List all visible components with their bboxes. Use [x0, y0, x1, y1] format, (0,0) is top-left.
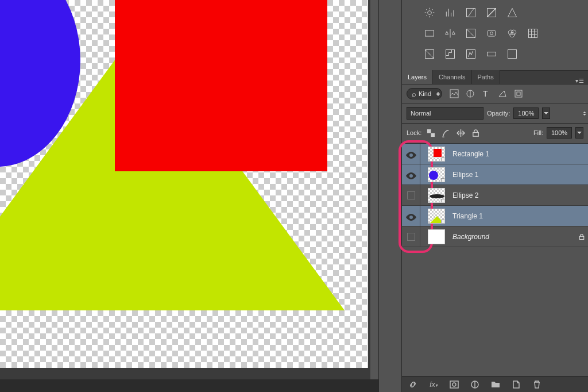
lock-position-icon[interactable]	[456, 128, 465, 137]
blend-mode-row: Normal Opacity: 100%	[402, 103, 588, 124]
canvas-scrollbar-horizontal[interactable]	[0, 379, 378, 392]
invert-icon[interactable]	[423, 47, 436, 61]
filter-smart-icon[interactable]	[513, 89, 524, 99]
fill-label: Fill:	[533, 129, 543, 136]
hue-icon[interactable]	[423, 26, 436, 40]
eye-icon	[406, 213, 416, 220]
document-canvas[interactable]	[0, 0, 368, 368]
new-layer-button[interactable]	[511, 379, 521, 390]
filter-type-icon[interactable]: T	[481, 89, 492, 99]
tab-layers[interactable]: Layers	[402, 70, 433, 84]
opacity-label: Opacity:	[487, 110, 510, 117]
canvas-scrollbar-vertical[interactable]	[370, 0, 378, 379]
visibility-toggle[interactable]	[402, 144, 420, 164]
svg-rect-14	[488, 52, 496, 56]
vibrance-icon[interactable]	[505, 6, 519, 20]
filter-pixel-icon[interactable]	[449, 89, 459, 99]
svg-rect-23	[473, 132, 478, 136]
layer-row[interactable]: Ellipse 2	[402, 185, 588, 206]
channel-mixer-icon[interactable]	[505, 26, 519, 40]
layer-thumbnail[interactable]	[428, 147, 445, 162]
tab-channels[interactable]: Channels	[433, 70, 471, 84]
svg-rect-12	[446, 50, 455, 59]
layer-name[interactable]: Background	[449, 233, 575, 241]
selective-color-icon[interactable]	[505, 47, 519, 61]
bw-icon[interactable]	[464, 26, 478, 40]
fill-dropdown[interactable]	[575, 127, 583, 139]
levels-icon[interactable]	[443, 6, 457, 20]
add-mask-button[interactable]	[449, 379, 459, 390]
layer-thumbnail[interactable]	[428, 188, 445, 203]
svg-rect-19	[515, 90, 522, 97]
svg-rect-5	[488, 30, 495, 36]
lock-all-icon[interactable]	[471, 128, 480, 137]
layer-thumbnail[interactable]	[428, 229, 445, 244]
lock-paint-icon[interactable]	[441, 128, 450, 137]
layer-thumbnail[interactable]	[428, 167, 445, 182]
visibility-off-icon	[407, 233, 415, 241]
curves-icon[interactable]	[464, 6, 478, 20]
filter-kind-select[interactable]: ⌕ Kind	[407, 88, 442, 99]
layer-name[interactable]: Rectangle 1	[449, 150, 588, 158]
layer-row[interactable]: Background	[402, 226, 588, 247]
adjustment-layer-button[interactable]	[470, 379, 480, 390]
lock-indicator-icon	[575, 233, 588, 240]
svg-point-26	[452, 383, 456, 386]
top-panel-icons	[402, 0, 588, 71]
svg-rect-24	[579, 236, 584, 239]
balance-icon[interactable]	[443, 26, 457, 40]
lookup-icon[interactable]	[526, 26, 540, 40]
brightness-icon[interactable]	[423, 6, 436, 20]
visibility-toggle[interactable]	[402, 226, 420, 247]
visibility-off-icon	[407, 191, 415, 199]
panel-tabs: Layers Channels Paths ▾☰	[402, 71, 588, 84]
visibility-toggle[interactable]	[402, 206, 420, 226]
svg-rect-3	[425, 30, 434, 36]
eye-icon	[406, 151, 416, 157]
lock-transparency-icon[interactable]	[426, 128, 435, 137]
posterize-icon[interactable]	[443, 47, 457, 61]
canvas-rectangle-shape[interactable]	[115, 0, 327, 171]
tab-paths[interactable]: Paths	[472, 70, 500, 84]
svg-text:T: T	[483, 89, 488, 98]
svg-point-6	[490, 32, 493, 35]
svg-rect-15	[508, 50, 517, 59]
photo-filter-icon[interactable]	[485, 26, 498, 40]
lock-row: Lock: Fill: 100%	[402, 124, 588, 144]
layer-filter-row: ⌕ Kind T	[402, 84, 588, 103]
canvas-area	[0, 0, 378, 392]
visibility-toggle[interactable]	[402, 185, 420, 205]
svg-rect-20	[517, 92, 520, 95]
visibility-toggle[interactable]	[402, 164, 420, 185]
dock-strip[interactable]	[378, 0, 401, 392]
filter-adjustment-icon[interactable]	[465, 89, 475, 99]
filter-shape-icon[interactable]	[497, 89, 508, 99]
layer-row[interactable]: Rectangle 1	[402, 144, 588, 164]
blend-mode-select[interactable]: Normal	[407, 107, 483, 120]
fill-value[interactable]: 100%	[547, 127, 572, 139]
svg-rect-25	[450, 381, 458, 388]
lock-label: Lock:	[407, 129, 421, 136]
svg-rect-22	[431, 133, 435, 137]
threshold-icon[interactable]	[464, 47, 478, 61]
gradient-map-icon[interactable]	[485, 47, 498, 61]
opacity-value[interactable]: 100%	[513, 107, 539, 119]
panel-menu-icon[interactable]: ▾☰	[572, 78, 588, 84]
layer-name[interactable]: Triangle 1	[449, 212, 588, 220]
layer-name[interactable]: Ellipse 1	[449, 171, 588, 179]
layer-row[interactable]: Triangle 1	[402, 206, 588, 226]
exposure-icon[interactable]	[485, 6, 498, 20]
opacity-dropdown[interactable]	[542, 107, 550, 119]
layer-row[interactable]: Ellipse 1	[402, 164, 588, 185]
layer-style-button[interactable]: fx▾	[428, 379, 439, 390]
delete-layer-button[interactable]	[532, 379, 542, 390]
blend-mode-value: Normal	[411, 110, 431, 117]
layer-name[interactable]: Ellipse 2	[449, 191, 588, 199]
filter-kind-label: Kind	[419, 90, 431, 97]
dropdown-arrows-icon	[583, 112, 586, 116]
eye-icon	[406, 171, 416, 178]
new-group-button[interactable]	[490, 379, 501, 390]
layer-thumbnail[interactable]	[428, 209, 445, 224]
search-icon: ⌕	[412, 90, 416, 98]
link-layers-button[interactable]	[408, 379, 418, 390]
